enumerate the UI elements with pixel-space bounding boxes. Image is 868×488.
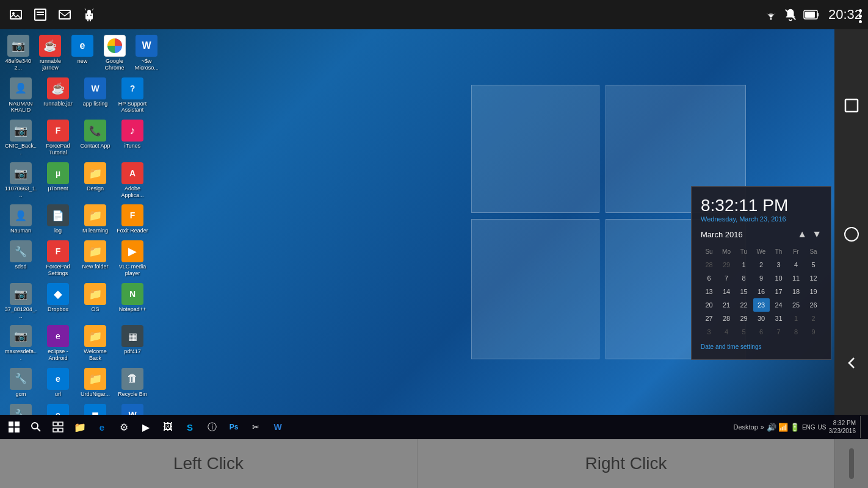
calendar-month: March 2016 — [701, 230, 743, 239]
back-button[interactable] — [839, 351, 864, 375]
search-button[interactable] — [25, 416, 47, 438]
calendar-grid: Su Mo Tu We Th Fr Sa 28 29 1 2 3 4 — [701, 245, 822, 339]
svg-rect-14 — [805, 12, 815, 18]
svg-point-17 — [845, 228, 858, 241]
desktop[interactable]: 📷 48ef9e3402... ☕ runnable jarnew e new — [0, 29, 868, 415]
desktop-icon-10[interactable]: F ForcePad Tutorial — [40, 117, 76, 159]
desktop-icon-28[interactable]: N Notepad++ — [115, 281, 150, 322]
desktop-icon-8[interactable]: ? HP Support Assistant — [115, 75, 150, 117]
task-view-button[interactable] — [47, 416, 69, 438]
file-explorer-button[interactable]: 📁 — [69, 416, 91, 438]
taskbar-clock[interactable]: 8:32 PM 3/23/2016 — [829, 419, 856, 435]
svg-rect-21 — [15, 428, 20, 432]
desktop-icon-0[interactable]: 📷 48ef9e3402... — [3, 32, 34, 74]
svg-point-8 — [87, 15, 88, 16]
mail-icon[interactable] — [55, 5, 74, 24]
taskbar: 📁 e ⚙ ▶ 🖼 S ⓘ Ps ✂ W Desktop » 🔊 📶 🔋 ENG… — [0, 415, 868, 439]
main-area: 📷 48ef9e3402... ☕ runnable jarnew e new — [0, 29, 868, 415]
desktop-icon-4[interactable]: W ~$w Microso... — [131, 32, 162, 74]
snipping-button[interactable]: ✂ — [245, 416, 267, 438]
top-status-bar: 20:32 — [0, 0, 868, 29]
home-button[interactable] — [839, 222, 864, 246]
photoshop-button[interactable]: Ps — [223, 416, 245, 438]
svg-rect-20 — [9, 428, 13, 432]
desktop-icon-24[interactable]: ▶ VLC media player — [115, 238, 150, 279]
picture-icon[interactable] — [6, 5, 26, 24]
desktop-icon-34[interactable]: e url — [40, 365, 76, 400]
svg-rect-4 — [37, 14, 44, 15]
tray-battery-icon[interactable]: 🔋 — [790, 423, 800, 432]
desktop-icon-16[interactable]: A Adobe Applica... — [115, 160, 150, 201]
more-options-button[interactable] — [856, 6, 865, 26]
desktop-icon-17[interactable]: 👤 Nauman — [3, 202, 38, 237]
left-click-button[interactable]: Left Click — [0, 439, 418, 488]
svg-point-9 — [90, 15, 92, 16]
desktop-icon-29[interactable]: 📷 maxresdefa... — [3, 323, 38, 364]
desktop-icon-37[interactable]: 🔧 cnicn — [3, 401, 38, 415]
calendar-date: Wednesday, March 23, 2016 — [701, 215, 822, 223]
desktop-icon-39[interactable]: ◼ Box offer for HP — [78, 401, 113, 415]
desktop-icon-2[interactable]: e new — [67, 32, 98, 74]
desktop-icon-9[interactable]: 📷 CNIC_Back... — [3, 117, 38, 159]
click-area: Left Click Right Click — [0, 439, 868, 488]
desktop-icon-12[interactable]: ♪ iTunes — [115, 117, 150, 159]
folder-tab-icon[interactable] — [31, 5, 50, 24]
taskbar-chevron[interactable]: » — [761, 423, 764, 431]
desktop-icon-32[interactable]: ▦ pdf417 — [115, 323, 150, 364]
date-time-settings-link[interactable]: Date and time settings — [701, 343, 822, 350]
scroll-bar-area[interactable] — [834, 439, 868, 488]
desktop-icon-27[interactable]: 📁 OS — [78, 281, 113, 322]
edge-button[interactable]: e — [91, 416, 113, 438]
square-button[interactable] — [839, 93, 864, 118]
desktop-icon-40[interactable]: W New Microso... — [115, 401, 150, 415]
settings-button[interactable]: ⚙ — [113, 416, 135, 438]
top-bar-left — [6, 5, 99, 24]
media-player-button[interactable]: ▶ — [135, 416, 157, 438]
desktop-icon-1[interactable]: ☕ runnable jarnew — [35, 32, 66, 74]
desktop-icon-38[interactable]: e mycode — [40, 401, 76, 415]
svg-rect-5 — [59, 10, 70, 19]
desktop-icon-6[interactable]: ☕ runnable.jar — [40, 75, 76, 117]
skype-button[interactable]: S — [179, 416, 201, 438]
desktop-icon-33[interactable]: 🔧 gcm — [3, 365, 38, 400]
desktop-icon-25[interactable]: 📷 37_881204_... — [3, 281, 38, 322]
desktop-icon-3[interactable]: Google Chrome — [99, 32, 130, 74]
right-sidebar — [834, 29, 868, 415]
desktop-icon-22[interactable]: F ForcePad Settings — [40, 238, 76, 279]
desktop-icon-21[interactable]: 🔧 sdsd — [3, 238, 38, 279]
info-button[interactable]: ⓘ — [201, 416, 223, 438]
desktop-icon-7[interactable]: W app listing — [78, 75, 113, 117]
desktop-icon-13[interactable]: 📷 11070663_1... — [3, 160, 38, 201]
tray-volume-icon[interactable]: 🔊 — [767, 423, 776, 432]
calendar-widget: 8:32:11 PM Wednesday, March 23, 2016 Mar… — [691, 186, 831, 360]
show-desktop-button[interactable] — [860, 416, 865, 438]
svg-rect-13 — [817, 13, 819, 16]
desktop-icon-14[interactable]: µ µTorrent — [40, 160, 76, 201]
android-icon[interactable] — [79, 5, 99, 24]
start-button[interactable] — [3, 416, 25, 438]
svg-rect-18 — [9, 422, 13, 426]
desktop-icon-20[interactable]: F Foxit Reader — [115, 202, 150, 237]
desktop-icon-23[interactable]: 📁 New folder — [78, 238, 113, 279]
desktop-icon-5[interactable]: 👤 NAUMAN KHALID — [3, 75, 38, 117]
taskbar-time: 8:32 PM — [829, 419, 856, 427]
calendar-next-button[interactable]: ▼ — [812, 229, 822, 240]
svg-rect-26 — [59, 428, 63, 432]
silent-icon — [784, 8, 797, 21]
desktop-icon-35[interactable]: 📁 UrduNigar... — [78, 365, 113, 400]
desktop-icon-11[interactable]: 📞 Contact App — [78, 117, 113, 159]
desktop-icon-26[interactable]: ◆ Dropbox — [40, 281, 76, 322]
desktop-icon-15[interactable]: 📁 Design — [78, 160, 113, 201]
calendar-prev-button[interactable]: ▲ — [797, 229, 807, 240]
word-button[interactable]: W — [267, 416, 289, 438]
top-bar-right: 20:32 — [764, 7, 862, 23]
tray-network-icon[interactable]: 📶 — [778, 423, 788, 432]
desktop-icon-30[interactable]: e eclipse - Android — [40, 323, 76, 364]
wifi-icon — [764, 9, 778, 20]
right-click-button[interactable]: Right Click — [418, 439, 834, 488]
photos-button[interactable]: 🖼 — [157, 416, 179, 438]
desktop-icon-31[interactable]: 📁 Welcome Back — [78, 323, 113, 364]
desktop-icon-18[interactable]: 📄 log — [40, 202, 76, 237]
desktop-icon-19[interactable]: 📁 M learning — [78, 202, 113, 237]
desktop-icon-36[interactable]: 🗑 Recycle Bin — [115, 365, 150, 400]
